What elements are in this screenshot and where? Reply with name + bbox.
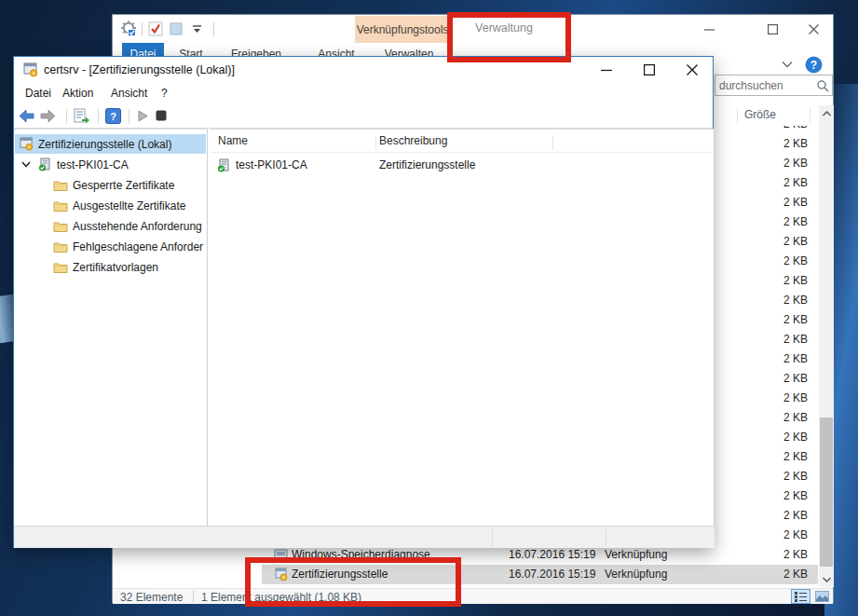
file-size-cell: 2 KB — [733, 506, 808, 526]
certsrv-toolbar: ? — [14, 104, 713, 129]
menu-aktion[interactable]: Aktion — [62, 87, 93, 100]
menu-datei[interactable]: Datei — [25, 87, 51, 100]
search-input[interactable]: durchsuchen — [715, 75, 833, 96]
menu-hilfe[interactable]: ? — [161, 87, 168, 100]
tree-item-label: Ausgestellte Zertifikate — [73, 196, 185, 216]
certsrv-app-icon — [23, 62, 38, 77]
tree-item-ca[interactable]: test-PKI01-CA — [14, 155, 207, 175]
admin-tools-app-icon — [120, 21, 137, 37]
column-separator[interactable] — [552, 135, 553, 150]
qat-customize-dropdown-icon[interactable] — [191, 23, 203, 34]
file-size-cell: 2 KB — [733, 447, 808, 467]
ca-server-icon — [217, 158, 231, 172]
search-placeholder: durchsuchen — [719, 79, 783, 92]
qat-properties-icon[interactable] — [148, 21, 163, 36]
certsrv-app-icon — [20, 137, 34, 151]
scroll-up-icon[interactable] — [819, 105, 834, 121]
file-row-windows-speicherdiagnose[interactable]: Windows-Speicherdiagnose 16.07.2016 15:1… — [113, 545, 818, 565]
certsrv-titlebar[interactable]: certsrv - [Zertifizierungsstelle (Lokal)… — [14, 57, 713, 83]
toolbar-separator — [98, 109, 99, 124]
tree-item-label: Gesperrte Zertifikate — [73, 175, 174, 196]
certsrv-window-title: certsrv - [Zertifizierungsstelle (Lokal)… — [44, 63, 235, 76]
explorer-status-bar: 32 Elemente 1 Element ausgewählt (1,08 K… — [113, 588, 833, 604]
scroll-down-icon[interactable] — [819, 571, 834, 587]
file-size-cell: 2 KB — [733, 408, 808, 428]
toolbar-separator — [129, 109, 129, 124]
explorer-close-button[interactable] — [793, 15, 835, 43]
status-item-count: 32 Elemente — [120, 591, 183, 604]
file-size-cell: 2 KB — [733, 428, 808, 447]
explorer-help-icon[interactable]: ? — [805, 56, 823, 74]
contextual-tab-group: Verknüpfungstools — [355, 16, 450, 43]
tree-item-folder[interactable]: Gesperrte Zertifikate — [14, 175, 207, 196]
help-glyph: ? — [810, 59, 817, 72]
file-size-cell: 2 KB — [733, 369, 808, 389]
file-size-cell: 2 KB — [733, 271, 808, 291]
column-separator[interactable] — [375, 135, 376, 150]
certsrv-window: certsrv - [Zertifizierungsstelle (Lokal)… — [13, 56, 714, 548]
tree-item-folder[interactable]: Ausstehende Anforderung — [14, 216, 207, 237]
tree-item-label: Zertifikatvorlagen — [73, 257, 158, 278]
annotation-box-verwaltung — [447, 12, 571, 62]
column-header-name[interactable]: Name — [218, 134, 248, 147]
file-size-cell: 2 KB — [733, 349, 808, 369]
menu-ansicht[interactable]: Ansicht — [111, 87, 147, 100]
tree-item-folder[interactable]: Ausgestellte Zertifikate — [14, 196, 207, 216]
ribbon-collapse-chevron-icon[interactable] — [782, 61, 793, 68]
tree-item-label: Fehlgeschlagene Anforder — [73, 237, 203, 257]
folder-icon — [53, 240, 68, 253]
console-tree-pane: Zertifizierungsstelle (Lokal) test-PKI01… — [14, 129, 208, 526]
file-size-cell: 2 KB — [733, 486, 808, 506]
folder-icon — [53, 261, 68, 273]
certsrv-help-icon[interactable]: ? — [105, 108, 121, 124]
column-header-groesse[interactable]: Größe — [715, 105, 819, 125]
vertical-scrollbar[interactable] — [819, 105, 834, 587]
back-icon[interactable] — [19, 109, 34, 123]
folder-icon — [53, 179, 68, 191]
file-size-cell: 2 KB — [733, 173, 808, 193]
folder-icon — [53, 220, 68, 232]
qat-separator — [142, 22, 143, 36]
desktop: Verknüpfungstools Verwaltung Datei Start… — [0, 0, 858, 616]
thumbnail-view-button[interactable] — [812, 589, 832, 604]
stop-service-icon[interactable] — [156, 110, 167, 121]
list-cell-name: test-PKI01-CA — [236, 156, 307, 175]
tree-item-label: Ausstehende Anforderung — [73, 216, 202, 237]
status-panel-separator — [492, 529, 493, 546]
certsrv-maximize-button[interactable] — [628, 57, 670, 83]
file-size-cell: 2 KB — [733, 310, 808, 330]
forward-icon[interactable] — [40, 109, 56, 123]
file-size-cell: 2 KB — [733, 134, 808, 154]
tree-item-folder[interactable]: Fehlgeschlagene Anforder — [14, 237, 207, 257]
export-list-icon[interactable] — [74, 108, 90, 124]
file-size-cell: 2 KB — [733, 467, 808, 486]
file-row-zertifizierungsstelle[interactable]: Zertifizierungsstelle 16.07.2016 15:19 V… — [113, 565, 818, 584]
column-separator[interactable] — [737, 108, 738, 123]
list-row-ca[interactable]: test-PKI01-CA Zertifizierungsstelle — [211, 156, 714, 175]
certsrv-close-button[interactable] — [671, 57, 713, 83]
details-view-button[interactable] — [791, 589, 810, 604]
certsrv-minimize-button[interactable] — [585, 57, 627, 83]
scrollbar-thumb[interactable] — [820, 418, 833, 567]
explorer-minimize-button[interactable] — [688, 15, 730, 43]
file-size-cell: 2 KB — [733, 252, 808, 271]
file-size-cell: 2 KB — [733, 291, 808, 310]
file-size-cell: 2 KB — [733, 212, 808, 232]
file-size-cell: 2 KB — [733, 526, 808, 545]
certsrv-menubar: Datei Aktion Ansicht ? — [14, 83, 713, 104]
search-icon — [816, 79, 829, 92]
column-header-beschreibung[interactable]: Beschreibung — [379, 134, 447, 147]
expander-chevron-icon[interactable] — [21, 161, 31, 168]
start-service-icon[interactable] — [138, 110, 148, 122]
tree-item-root[interactable]: Zertifizierungsstelle (Lokal) — [14, 134, 207, 155]
list-column-header[interactable]: Name Beschreibung — [211, 131, 714, 153]
status-panel-separator — [606, 529, 606, 546]
file-size-cell: 2 KB — [733, 232, 808, 252]
status-divider — [193, 591, 194, 602]
explorer-maximize-button[interactable] — [752, 15, 794, 43]
column-separator[interactable] — [810, 108, 810, 123]
qat-new-folder-icon[interactable] — [169, 21, 184, 36]
file-size-cell: 2 KB — [733, 193, 808, 212]
folder-icon — [53, 199, 68, 212]
tree-item-folder[interactable]: Zertifikatvorlagen — [14, 257, 207, 278]
